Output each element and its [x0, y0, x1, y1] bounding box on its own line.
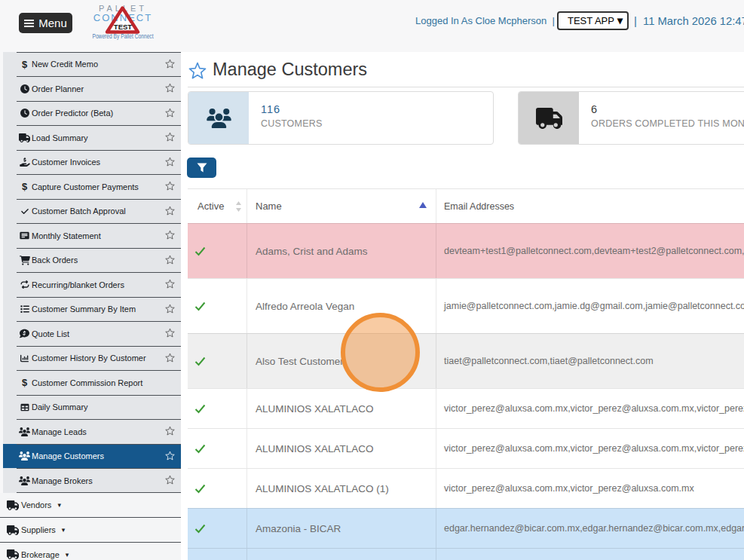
svg-text:TEST: TEST [114, 23, 132, 31]
